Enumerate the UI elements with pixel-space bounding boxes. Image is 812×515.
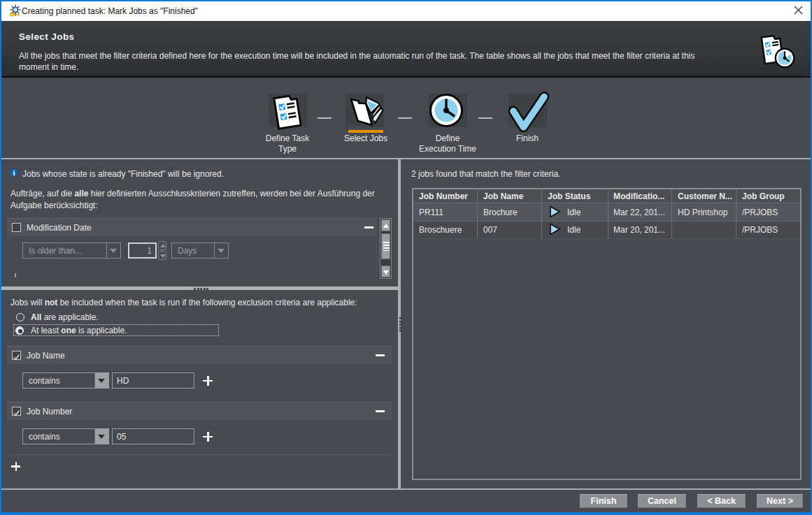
svg-text:i: i (13, 169, 15, 177)
